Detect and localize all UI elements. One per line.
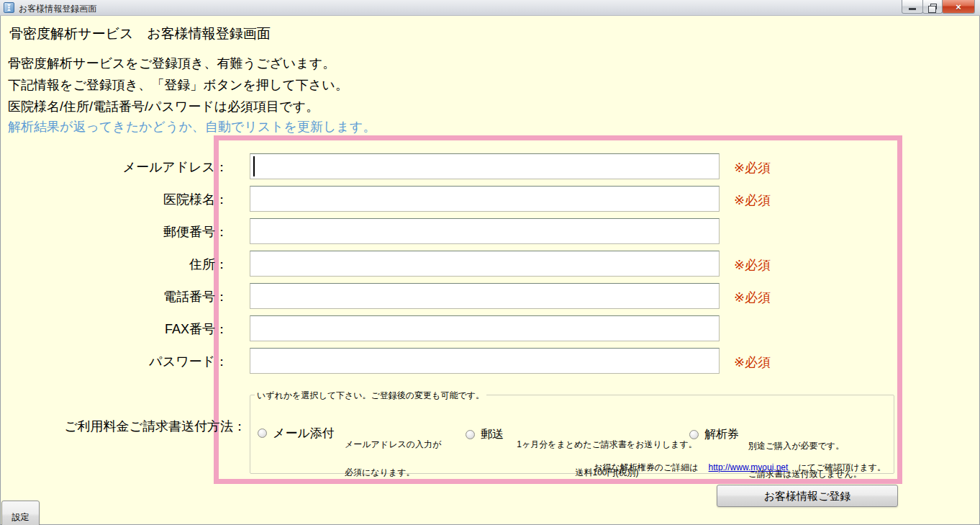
address-label: 住所： [0,256,228,273]
radio-option-mail-attachment[interactable]: メール添付 [258,425,335,441]
email-label: メールアドレス： [0,158,228,176]
radio-label-postal[interactable]: 郵送 [481,427,504,442]
billing-group-legend: いずれかを選択して下さい。ご登録後の変更も可能です。 [255,390,486,402]
form-row-phone: 電話番号： ※必須 [0,283,980,309]
password-required-badge: ※必須 [734,354,771,371]
app-icon [4,2,14,13]
password-label: パスワード： [0,353,228,370]
phone-field[interactable] [250,283,720,309]
form-row-clinic-name: 医院様名： ※必須 [0,186,980,212]
phone-label: 電話番号： [0,288,228,305]
radio-label-mail-attachment[interactable]: メール添付 [273,425,335,441]
form-row-address: 住所： ※必須 [0,251,980,277]
form-row-email: メールアドレス： ※必須 [0,153,980,179]
register-button[interactable]: お客様情報ご登録 [717,485,898,507]
ticket-info-footer: お得な解析権券のご詳細はhttp://www.myoui.netにてご確認頂けま… [579,452,886,484]
title-bar: お客様情報登録画面 × [0,0,980,16]
radio-option-postal[interactable]: 郵送 [466,427,504,442]
postal-code-field[interactable] [250,218,720,244]
email-field[interactable] [250,153,720,179]
radio-icon-mail-attachment[interactable] [258,428,267,438]
ticket-info-prefix: お得な解析権券のご詳細は [594,462,698,472]
intro-line-2: 下記情報をご登録頂き、「登録」ボタンを押して下さい。 [8,76,348,94]
radio-note-postal-line1: 1ヶ月分をまとめたご請求書をお送りします。 [504,440,709,449]
radio-icon-postal[interactable] [466,430,475,439]
form-row-password: パスワード： ※必須 [0,348,980,374]
text-caret [253,156,255,176]
radio-label-analysis-ticket[interactable]: 解析券 [704,427,739,442]
radio-icon-analysis-ticket[interactable] [689,430,699,439]
minimize-button[interactable] [902,0,923,14]
window-title: お客様情報登録画面 [19,3,96,15]
settings-button[interactable]: 設定 [1,501,40,525]
restore-button[interactable] [922,0,943,14]
window-controls: × [902,0,975,14]
radio-note-mail-line1: メールアドレスの入力が [345,440,441,449]
radio-option-analysis-ticket[interactable]: 解析券 [689,427,739,442]
radio-note-ticket-line1: 別途ご購入が必要です。 [748,441,862,451]
clinic-name-required-badge: ※必須 [734,192,771,209]
password-field[interactable] [250,348,720,374]
minimize-icon [909,8,916,10]
clinic-name-field[interactable] [250,186,720,212]
close-button[interactable]: × [942,0,975,14]
billing-method-groupbox: いずれかを選択して下さい。ご登録後の変更も可能です。 メール添付 メールアドレス… [250,395,894,474]
intro-line-4-status: 解析結果が返ってきたかどうか、自動でリストを更新します。 [8,118,376,135]
ticket-info-suffix: にてご確認頂けます。 [798,462,886,472]
fax-field[interactable] [250,315,720,341]
address-field[interactable] [250,251,720,277]
intro-line-1: 骨密度解析サービスをご登録頂き、有難うございます。 [8,55,335,72]
email-required-badge: ※必須 [734,159,771,176]
radio-note-mail-line2: 必須になります。 [345,468,441,477]
page-title: 骨密度解析サービス お客様情報登録画面 [9,24,271,43]
address-required-badge: ※必須 [734,256,771,274]
close-icon: × [956,2,961,12]
fax-label: FAX番号： [0,320,228,338]
phone-required-badge: ※必須 [734,289,771,306]
form-row-fax: FAX番号： [0,315,980,341]
form-row-postal-code: 郵便番号： [0,218,980,244]
ticket-info-link[interactable]: http://www.myoui.net [709,462,789,472]
billing-method-label: ご利用料金ご請求書送付方法： [0,418,246,435]
intro-line-3: 医院様名/住所/電話番号/パスワードは必須項目です。 [8,98,319,115]
radio-note-mail-attachment: メールアドレスの入力が 必須になります。 [345,421,441,496]
app-window: お客様情報登録画面 × 骨密度解析サービス お客様情報登録画面 骨密度解析サービ… [0,0,980,525]
postal-code-label: 郵便番号： [0,223,228,241]
clinic-name-label: 医院様名： [0,191,228,208]
restore-icon [930,4,937,9]
